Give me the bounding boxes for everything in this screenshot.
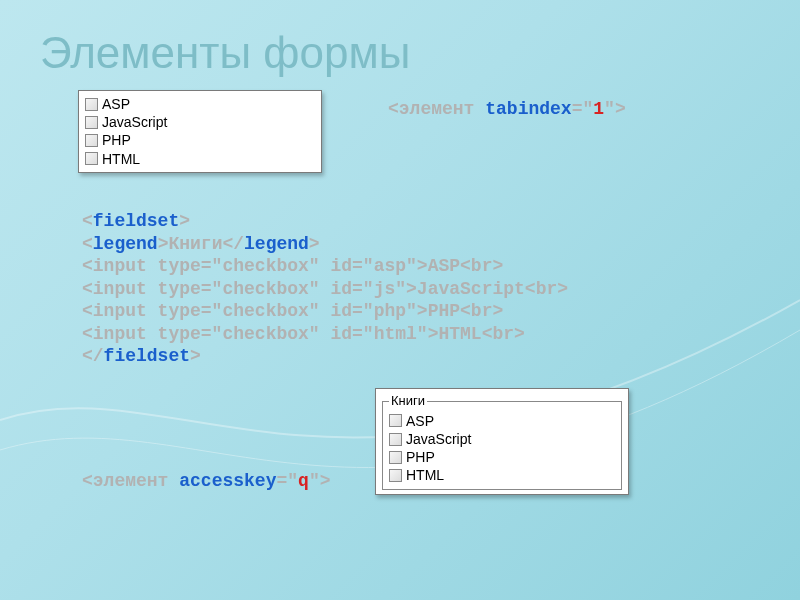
- list-item: PHP: [389, 448, 615, 466]
- list-item: ASP: [389, 412, 615, 430]
- checkbox-label: ASP: [406, 412, 434, 430]
- checkbox-label: HTML: [102, 150, 140, 168]
- list-item: HTML: [85, 150, 315, 168]
- checkbox-icon[interactable]: [389, 433, 402, 446]
- code-fieldset: <fieldset> <legend>Книги</legend> <input…: [82, 210, 568, 368]
- checkbox-icon[interactable]: [85, 152, 98, 165]
- checkbox-icon[interactable]: [389, 451, 402, 464]
- page-title: Элементы формы: [40, 28, 760, 78]
- checkbox-icon[interactable]: [85, 98, 98, 111]
- checkbox-label: ASP: [102, 95, 130, 113]
- checkbox-icon[interactable]: [85, 134, 98, 147]
- slide: Элементы формы ASP JavaScript PHP HTML <…: [0, 0, 800, 600]
- checkbox-label: HTML: [406, 466, 444, 484]
- legend: Книги: [389, 393, 427, 410]
- checkbox-label: JavaScript: [102, 113, 167, 131]
- list-item: JavaScript: [389, 430, 615, 448]
- checkbox-icon[interactable]: [389, 414, 402, 427]
- checkbox-group-fieldset: Книги ASP JavaScript PHP HTML: [375, 388, 629, 495]
- fieldset: Книги ASP JavaScript PHP HTML: [382, 393, 622, 490]
- list-item: HTML: [389, 466, 615, 484]
- list-item: PHP: [85, 131, 315, 149]
- code-accesskey: <элемент accesskey="q">: [82, 470, 330, 493]
- list-item: ASP: [85, 95, 315, 113]
- checkbox-label: PHP: [406, 448, 435, 466]
- checkbox-group-plain: ASP JavaScript PHP HTML: [78, 90, 322, 173]
- code-tabindex: <элемент tabindex="1">: [388, 98, 626, 121]
- checkbox-icon[interactable]: [85, 116, 98, 129]
- checkbox-label: JavaScript: [406, 430, 471, 448]
- checkbox-icon[interactable]: [389, 469, 402, 482]
- checkbox-label: PHP: [102, 131, 131, 149]
- list-item: JavaScript: [85, 113, 315, 131]
